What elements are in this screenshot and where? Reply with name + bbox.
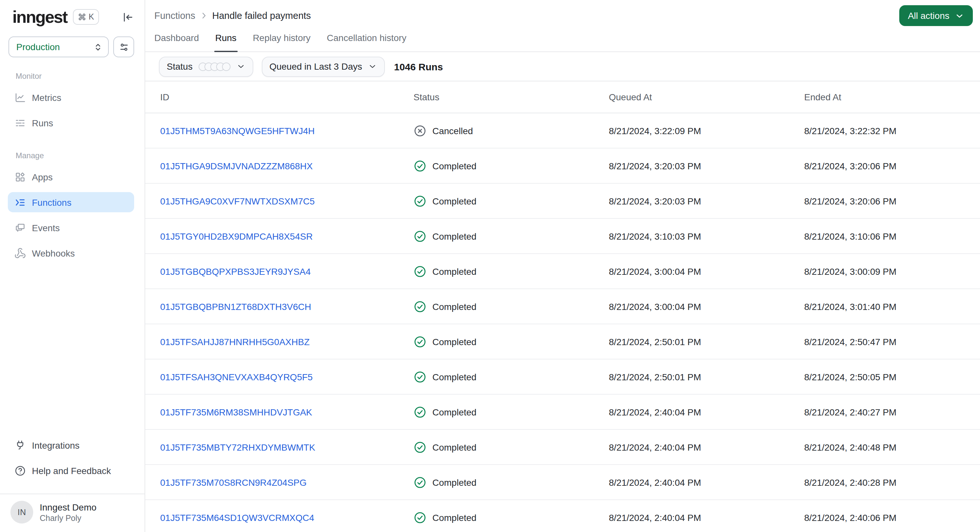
- table-row: 01J5TGBQBPBN1ZT68DXTH3V6CH Completed 8/2…: [145, 289, 980, 324]
- table-header: ID Status Queued At Ended At: [145, 81, 980, 113]
- cancelled-x-icon: [414, 124, 426, 137]
- table-row: 01J5TFSAH3QNEVXAXB4QYRQ5F5 Completed 8/2…: [145, 360, 980, 395]
- queued-at-cell: 8/21/2024, 2:40:04 PM: [609, 442, 804, 452]
- help-circle-icon: [14, 465, 26, 476]
- runs-count: 1046 Runs: [394, 61, 443, 72]
- all-actions-button[interactable]: All actions: [899, 5, 973, 26]
- plug-icon: [14, 439, 26, 451]
- chevron-down-icon: [955, 11, 964, 21]
- status-filter-dropdown[interactable]: Status: [159, 56, 253, 76]
- shortcut-key-label: K: [89, 13, 94, 21]
- column-header-id: ID: [160, 92, 414, 102]
- table-row: 01J5THGA9DSMJVNADZZZM868HX Completed 8/2…: [145, 148, 980, 184]
- breadcrumb-current-page: Handle failed payments: [212, 10, 311, 21]
- sidebar-item-help-and-feedback[interactable]: Help and Feedback: [8, 460, 134, 481]
- run-id-link[interactable]: 01J5TF735M70S8RCN9R4Z04SPG: [160, 477, 307, 487]
- sidebar-item-webhooks[interactable]: Webhooks: [8, 243, 134, 263]
- status-label: Completed: [433, 512, 476, 522]
- queued-at-cell: 8/21/2024, 3:00:04 PM: [609, 266, 804, 276]
- run-id-link[interactable]: 01J5THGA9C0XVF7NWTXDSXM7C5: [160, 196, 315, 206]
- run-id-link[interactable]: 01J5TGBQBQPXPBS3JEYR9JYSA4: [160, 266, 310, 276]
- command-icon: [78, 13, 86, 21]
- table-row: 01J5THGA9C0XVF7NWTXDSXM7C5 Completed 8/2…: [145, 184, 980, 219]
- status-label: Completed: [433, 442, 476, 452]
- collapse-sidebar-icon[interactable]: [122, 11, 134, 23]
- environment-row: Production: [0, 34, 145, 57]
- tabs-bar: Dashboard Runs Replay history Cancellati…: [145, 31, 980, 52]
- run-id-link[interactable]: 01J5THM5T9A63NQWGE5HFTWJ4H: [160, 125, 315, 136]
- environment-label: Production: [16, 42, 60, 52]
- status-label: Completed: [433, 336, 476, 347]
- tab-dashboard[interactable]: Dashboard: [154, 31, 199, 51]
- apps-grid-icon: [14, 171, 26, 183]
- app-window: inngest K Production: [0, 0, 980, 532]
- environment-selector[interactable]: Production: [8, 37, 109, 57]
- sidebar-item-functions[interactable]: Functions: [8, 192, 134, 212]
- run-id-link[interactable]: 01J5TFSAHJJ87HNRHH5G0AXHBZ: [160, 336, 310, 347]
- sidebar-nav: Monitor Metrics Runs Manage Apps: [0, 57, 145, 494]
- breadcrumb-bar: Functions Handle failed payments All act…: [145, 0, 980, 31]
- command-k-shortcut[interactable]: K: [73, 9, 99, 25]
- run-id-link[interactable]: 01J5TFSAH3QNEVXAXB4QYRQ5F5: [160, 371, 313, 382]
- ended-at-cell: 8/21/2024, 2:50:47 PM: [804, 336, 980, 347]
- column-header-status: Status: [414, 92, 609, 102]
- time-range-filter-dropdown[interactable]: Queued in Last 3 Days: [261, 56, 385, 76]
- tab-runs[interactable]: Runs: [215, 31, 236, 51]
- runs-table-body: 01J5THM5T9A63NQWGE5HFTWJ4H Cancelled 8/2…: [145, 113, 980, 532]
- breadcrumb-functions[interactable]: Functions: [154, 10, 195, 21]
- run-id-link[interactable]: 01J5TF735M64SD1QW3VCRMXQC4: [160, 512, 314, 522]
- nav-section-manage: Manage: [0, 138, 145, 167]
- sidebar-item-label: Integrations: [32, 440, 80, 450]
- status-label: Completed: [433, 477, 476, 487]
- table-row: 01J5TF735M64SD1QW3VCRMXQC4 Completed 8/2…: [145, 500, 980, 532]
- status-label: Completed: [433, 196, 476, 206]
- up-down-chevrons-icon: [93, 42, 103, 52]
- sliders-icon: [118, 41, 129, 53]
- column-header-ended-at: Ended At: [804, 92, 980, 102]
- status-label: Completed: [433, 231, 476, 241]
- completed-check-icon: [414, 335, 426, 348]
- completed-check-icon: [414, 370, 426, 383]
- sidebar-item-runs[interactable]: Runs: [8, 113, 134, 133]
- completed-check-icon: [414, 300, 426, 313]
- run-id-link[interactable]: 01J5TGY0HD2BX9DMPCAH8X54SR: [160, 231, 313, 241]
- run-id-link[interactable]: 01J5THGA9DSMJVNADZZZM868HX: [160, 161, 313, 171]
- completed-check-icon: [414, 229, 426, 242]
- column-header-queued-at: Queued At: [609, 92, 804, 102]
- sidebar-item-metrics[interactable]: Metrics: [8, 87, 134, 107]
- completed-check-icon: [414, 265, 426, 278]
- queued-at-cell: 8/21/2024, 2:50:01 PM: [609, 371, 804, 382]
- sidebar-item-integrations[interactable]: Integrations: [8, 435, 134, 455]
- run-id-link[interactable]: 01J5TF735MBTY72RHXDYMBWMTK: [160, 442, 315, 452]
- queued-at-cell: 8/21/2024, 3:22:09 PM: [609, 125, 804, 136]
- table-row: 01J5TF735M6RM38SMHHDVJTGAK Completed 8/2…: [145, 395, 980, 430]
- table-row: 01J5TFSAHJJ87HNRHH5G0AXHBZ Completed 8/2…: [145, 324, 980, 360]
- sidebar-item-label: Runs: [32, 118, 53, 128]
- tab-replay-history[interactable]: Replay history: [253, 31, 310, 51]
- completed-check-icon: [414, 441, 426, 454]
- queued-at-cell: 8/21/2024, 2:40:04 PM: [609, 477, 804, 487]
- queued-at-cell: 8/21/2024, 3:00:04 PM: [609, 301, 804, 312]
- completed-check-icon: [414, 194, 426, 207]
- sidebar-item-label: Webhooks: [32, 248, 75, 258]
- run-id-link[interactable]: 01J5TF735M6RM38SMHHDVJTGAK: [160, 407, 312, 417]
- nav-section-monitor: Monitor: [0, 72, 145, 87]
- sidebar-item-apps[interactable]: Apps: [8, 167, 134, 187]
- status-label: Completed: [433, 407, 476, 417]
- windows-stack-icon: [14, 222, 26, 233]
- sidebar-item-events[interactable]: Events: [8, 218, 134, 238]
- sidebar-header: inngest K: [0, 0, 145, 34]
- user-menu[interactable]: IN Inngest Demo Charly Poly: [0, 494, 145, 532]
- ended-at-cell: 8/21/2024, 3:01:40 PM: [804, 301, 980, 312]
- table-row: 01J5TGY0HD2BX9DMPCAH8X54SR Completed 8/2…: [145, 219, 980, 254]
- completed-check-icon: [414, 476, 426, 489]
- table-row: 01J5TGBQBQPXPBS3JEYR9JYSA4 Completed 8/2…: [145, 254, 980, 289]
- ended-at-cell: 8/21/2024, 2:40:28 PM: [804, 477, 980, 487]
- time-range-label: Queued in Last 3 Days: [269, 61, 362, 72]
- sidebar-item-label: Metrics: [32, 92, 61, 103]
- environment-settings-button[interactable]: [113, 37, 134, 57]
- chevron-down-icon: [368, 62, 377, 71]
- chevron-down-icon: [236, 62, 245, 71]
- tab-cancellation-history[interactable]: Cancellation history: [327, 31, 406, 51]
- run-id-link[interactable]: 01J5TGBQBPBN1ZT68DXTH3V6CH: [160, 301, 311, 312]
